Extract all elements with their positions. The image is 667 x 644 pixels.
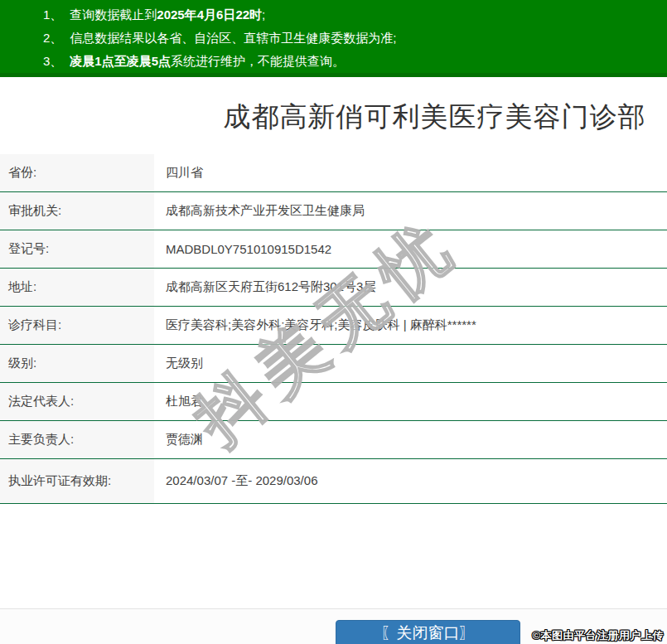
notice-number: 3、 [43,54,62,68]
row-value: 无级别 [154,345,667,382]
table-row-license-validity: 执业许可证有效期: 2024/03/07 -至- 2029/03/06 [0,459,667,504]
table-row-level: 级别: 无级别 [0,345,667,383]
row-value: 四川省 [154,154,667,191]
row-value: 成都高新技术产业开发区卫生健康局 [154,192,667,230]
row-label: 诊疗科目: [0,307,154,344]
table-row-address: 地址: 成都高新区天府五街612号附301号3层 [0,269,667,307]
row-label: 级别: [0,345,154,382]
row-label: 法定代表人: [0,383,154,420]
row-label: 登记号: [0,230,154,268]
row-value: MADBDL0Y751010915D1542 [154,230,667,268]
title-area: 成都高新俏可利美医疗美容门诊部 [0,77,667,154]
table-row-medical-subjects: 诊疗科目: 医疗美容科;美容外科;美容牙科;美容皮肤科 | 麻醉科****** [0,307,667,345]
row-label: 主要负责人: [0,421,154,458]
notice-text: 查询数据截止到 [70,7,157,22]
row-label: 审批机关: [0,192,154,230]
table-row-legal-representative: 法定代表人: 杜旭君 [0,383,667,421]
row-value: 医疗美容科;美容外科;美容牙科;美容皮肤科 | 麻醉科****** [154,307,667,344]
notice-number: 1、 [43,7,62,22]
table-row-principal: 主要负责人: 贾德渊 [0,421,667,459]
row-label: 地址: [0,269,154,306]
table-row-province: 省份: 四川省 [0,154,667,192]
notice-line-2: 2、信息数据结果以各省、自治区、直辖市卫生健康委数据为准; [43,27,659,50]
notice-banner: 1、查询数据截止到2025年4月6日22时; 2、信息数据结果以各省、自治区、直… [0,0,667,77]
page-title: 成都高新俏可利美医疗美容门诊部 [0,77,667,136]
notice-number: 2、 [43,31,62,45]
notice-line-1: 1、查询数据截止到2025年4月6日22时; [43,3,659,27]
row-value: 成都高新区天府五街612号附301号3层 [154,269,667,306]
row-label: 执业许可证有效期: [0,459,154,503]
notice-bold-text: 2025年4月6日22时 [157,7,262,22]
notice-suffix: ; [262,7,265,22]
close-window-button[interactable]: 〖关闭窗口〗 [336,620,520,644]
table-row-approval-authority: 审批机关: 成都高新技术产业开发区卫生健康局 [0,192,667,230]
institution-info-table: 省份: 四川省 审批机关: 成都高新技术产业开发区卫生健康局 登记号: MADB… [0,154,667,504]
notice-line-3: 3、凌晨1点至凌晨5点系统进行维护，不能提供查询。 [43,50,659,73]
row-value: 2024/03/07 -至- 2029/03/06 [154,459,667,503]
upload-disclaimer-note: ©本图由平台注册用户上传 [532,628,664,643]
footer-bar: 〖关闭窗口〗 ©本图由平台注册用户上传 [0,608,667,644]
medical-institution-query-page: 1、查询数据截止到2025年4月6日22时; 2、信息数据结果以各省、自治区、直… [0,0,667,504]
row-value: 杜旭君 [154,383,667,420]
table-row-registration-number: 登记号: MADBDL0Y751010915D1542 [0,230,667,269]
notice-suffix: 系统进行维护，不能提供查询。 [171,54,345,68]
notice-bold-text: 凌晨1点至凌晨5点 [70,54,171,68]
row-value: 贾德渊 [154,421,667,458]
notice-text: 信息数据结果以各省、自治区、直辖市卫生健康委数据为准; [70,31,396,45]
row-label: 省份: [0,154,154,191]
